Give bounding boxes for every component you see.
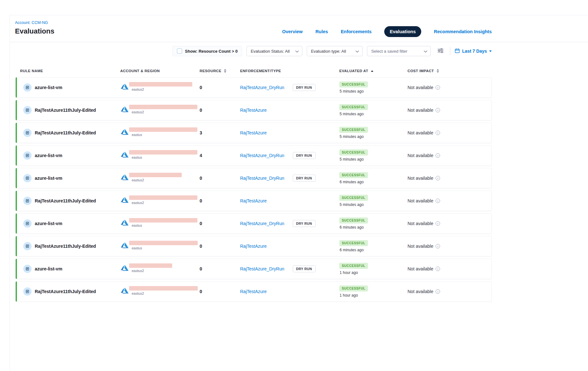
cost-impact-cell: Not available i	[408, 108, 491, 113]
redacted-account-name	[129, 173, 182, 177]
evaluation-type-dropdown[interactable]: Evaluation type: All	[307, 46, 363, 56]
enforcement-link[interactable]: RajTestAzure	[240, 289, 267, 294]
info-icon[interactable]: i	[436, 153, 440, 158]
info-icon[interactable]: i	[436, 176, 440, 180]
table-row[interactable]: RajTestAzure11thJuly-Edited eastus 3	[16, 123, 492, 143]
evaluated-cell: SUCCESSFUL 5 minutes ago	[339, 149, 408, 162]
redacted-account-name	[129, 241, 198, 245]
column-label: COST IMPACT	[408, 69, 434, 73]
azure-logo-icon	[121, 241, 129, 249]
rule-avatar-icon	[23, 265, 32, 273]
rule-cell: RajTestAzure11thJuly-Edited	[23, 106, 121, 114]
nav-tab-evaluations[interactable]: Evaluations	[384, 26, 421, 37]
table-row[interactable]: RajTestAzure11thJuly-Edited eastus2 0	[16, 281, 492, 302]
resource-count: 4	[200, 153, 240, 158]
azure-logo-icon	[121, 151, 129, 158]
enforcement-link[interactable]: RajTestAzure	[240, 108, 267, 113]
calendar-icon	[455, 48, 460, 54]
enforcement-link[interactable]: RajTestAzure_DryRun	[240, 221, 284, 226]
evaluated-time: 6 minutes ago	[340, 248, 364, 252]
info-icon[interactable]: i	[436, 221, 440, 226]
filter-settings-button[interactable]	[435, 46, 445, 56]
resource-count: 0	[200, 244, 240, 249]
table-row[interactable]: azure-list-vm eastus2 0 RajTestAz	[16, 259, 492, 279]
evaluated-time: 1 hour ago	[340, 270, 358, 275]
account-region-cell: eastus2	[121, 84, 200, 91]
column-header-cost-impact[interactable]: COST IMPACT	[408, 69, 492, 73]
cost-impact-cell: Not available i	[408, 85, 491, 90]
nav-tab-rules[interactable]: Rules	[315, 29, 328, 34]
account-region-cell: eastus2	[121, 107, 200, 114]
resource-count: 0	[200, 266, 240, 271]
status-badge: SUCCESSFUL	[339, 217, 368, 223]
chevron-down-icon	[295, 49, 299, 54]
info-icon[interactable]: i	[436, 85, 440, 90]
table-row[interactable]: RajTestAzure11thJuly-Edited eastus 0	[16, 236, 492, 256]
table-row[interactable]: RajTestAzure11thJuly-Edited eastus2 0	[16, 100, 492, 120]
enforcement-link[interactable]: RajTestAzure	[240, 130, 267, 135]
enforcement-link[interactable]: RajTestAzure_DryRun	[240, 85, 284, 90]
resource-count-filter[interactable]: Show: Resource Count > 0	[173, 46, 242, 56]
table-row[interactable]: azure-list-vm eastus2 0 RajTestAz	[16, 77, 492, 98]
column-header-rule-name[interactable]: RULE NAME	[20, 69, 120, 73]
saved-filter-dropdown[interactable]: Select a saved filter	[367, 46, 431, 56]
column-header-enforcement-type[interactable]: ENFORCEMENT/TYPE	[240, 69, 339, 73]
region-label: eastus2	[132, 269, 172, 273]
region-label: eastus2	[132, 178, 182, 182]
enforcement-link[interactable]: RajTestAzure_DryRun	[240, 153, 284, 158]
enforcement-cell: RajTestAzure_DryRun DRY RUN	[240, 220, 339, 227]
enforcement-link[interactable]: RajTestAzure_DryRun	[240, 176, 284, 181]
resource-count: 0	[200, 108, 240, 113]
enforcement-link[interactable]: RajTestAzure	[240, 244, 267, 249]
main-panel: Account: CCM-NG Evaluations OverviewRule…	[10, 15, 588, 371]
info-icon[interactable]: i	[436, 244, 440, 248]
evaluation-status-dropdown[interactable]: Evaluation Status: All	[246, 46, 302, 56]
rule-cell: azure-list-vm	[23, 265, 121, 273]
evaluated-cell: SUCCESSFUL 1 hour ago	[339, 285, 408, 298]
redacted-account-name	[129, 127, 197, 132]
azure-logo-icon	[121, 105, 129, 113]
rule-cell: RajTestAzure11thJuly-Edited	[23, 197, 121, 205]
date-range-picker[interactable]: Last 7 Days	[455, 48, 492, 54]
column-header-account-region[interactable]: ACCOUNT & REGION	[120, 69, 200, 73]
table-row[interactable]: azure-list-vm eastus2 0 RajTestAz	[16, 168, 492, 188]
enforcement-cell: RajTestAzure	[240, 244, 339, 249]
info-icon[interactable]: i	[436, 199, 440, 203]
evaluated-time: 5 minutes ago	[340, 89, 364, 94]
enforcement-link[interactable]: RajTestAzure	[240, 198, 267, 203]
azure-logo-icon	[121, 173, 129, 181]
dry-run-badge: DRY RUN	[293, 265, 316, 272]
dry-run-badge: DRY RUN	[293, 152, 316, 159]
info-icon[interactable]: i	[436, 289, 440, 294]
enforcement-link[interactable]: RajTestAzure_DryRun	[240, 266, 284, 271]
account-info: eastus2	[129, 263, 172, 273]
evaluated-cell: SUCCESSFUL 6 minutes ago	[339, 172, 408, 184]
nav-tab-enforcements[interactable]: Enforcements	[341, 29, 372, 34]
evaluated-time: 6 minutes ago	[340, 180, 364, 184]
column-header-evaluated-at[interactable]: EVALUATED AT	[339, 69, 408, 73]
column-label: RESOURCE	[200, 69, 221, 73]
date-range-value: Last 7 Days	[462, 49, 487, 54]
page-title: Evaluations	[15, 27, 54, 35]
nav-tab-overview[interactable]: Overview	[282, 29, 303, 34]
sort-icon[interactable]	[224, 69, 226, 73]
table-row[interactable]: azure-list-vm eastus 4 RajTestAzu	[16, 145, 492, 166]
column-header-resource[interactable]: RESOURCE	[200, 69, 240, 73]
nav-tab-recommendation-insights[interactable]: Recommendation Insights	[434, 29, 492, 34]
account-breadcrumb[interactable]: Account: CCM-NG	[15, 20, 54, 25]
column-label: ACCOUNT & REGION	[120, 69, 160, 73]
account-info: eastus2	[129, 105, 197, 114]
info-icon[interactable]: i	[436, 108, 440, 112]
enforcement-cell: RajTestAzure	[240, 198, 339, 203]
info-icon[interactable]: i	[436, 131, 440, 135]
evaluated-cell: SUCCESSFUL 6 minutes ago	[339, 240, 408, 252]
table-row[interactable]: RajTestAzure11thJuly-Edited eastus2 0	[16, 191, 492, 211]
resource-count-checkbox[interactable]	[177, 49, 182, 54]
status-badge: SUCCESSFUL	[339, 149, 368, 155]
info-icon[interactable]: i	[436, 267, 440, 271]
sort-icon[interactable]	[437, 69, 439, 73]
sort-asc-icon[interactable]	[371, 70, 373, 72]
table-row[interactable]: azure-list-vm eastus 0 RajTestAzu	[16, 213, 492, 234]
enforcement-cell: RajTestAzure_DryRun DRY RUN	[240, 152, 339, 159]
status-badge: SUCCESSFUL	[339, 240, 368, 246]
